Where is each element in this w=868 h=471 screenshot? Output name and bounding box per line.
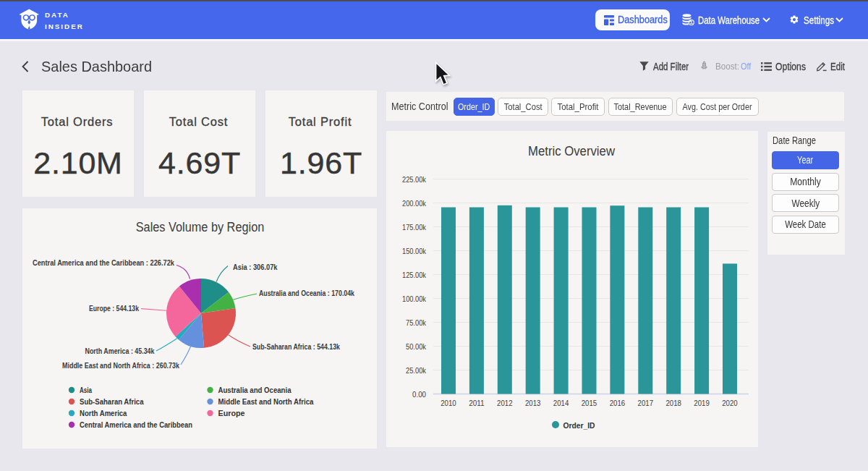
svg-text:Order_ID: Order_ID <box>563 421 595 430</box>
svg-text:100.00k: 100.00k <box>402 295 427 303</box>
svg-text:0.00: 0.00 <box>412 391 426 399</box>
svg-text:Central America and the Caribb: Central America and the Caribbean : 226.… <box>33 258 174 267</box>
svg-text:Sub-Saharan Africa: Sub-Saharan Africa <box>80 397 144 406</box>
svg-text:2014: 2014 <box>553 399 569 407</box>
svg-text:2016: 2016 <box>610 399 626 407</box>
svg-text:Asia : 306.07k: Asia : 306.07k <box>233 263 278 271</box>
svg-text:25.00k: 25.00k <box>406 367 427 375</box>
svg-text:Australia and Oceania : 170.04: Australia and Oceania : 170.04k <box>259 289 354 297</box>
svg-text:2013: 2013 <box>525 399 541 407</box>
svg-text:Sales Volume by Region: Sales Volume by Region <box>136 220 265 234</box>
svg-text:2020: 2020 <box>722 399 738 407</box>
svg-text:2017: 2017 <box>638 399 654 407</box>
svg-text:150.00k: 150.00k <box>402 247 427 255</box>
svg-text:50.00k: 50.00k <box>406 343 427 351</box>
svg-text:2015: 2015 <box>582 399 597 407</box>
svg-text:Middle East and North Africa :: Middle East and North Africa : 260.73k <box>62 361 179 370</box>
svg-text:Middle East and North Africa: Middle East and North Africa <box>218 397 314 406</box>
svg-text:Europe: Europe <box>218 409 245 417</box>
svg-text:North America : 45.34k: North America : 45.34k <box>85 347 155 355</box>
svg-text:Sub-Saharan Africa : 544.13k: Sub-Saharan Africa : 544.13k <box>252 342 340 351</box>
svg-text:2019: 2019 <box>694 399 710 407</box>
svg-text:175.00k: 175.00k <box>402 224 427 232</box>
svg-text:125.00k: 125.00k <box>402 271 427 279</box>
svg-text:Asia: Asia <box>80 386 92 394</box>
svg-text:2011: 2011 <box>469 399 485 407</box>
svg-text:2018: 2018 <box>665 399 681 407</box>
svg-text:2012: 2012 <box>497 399 513 407</box>
svg-text:200.00k: 200.00k <box>402 200 427 208</box>
svg-text:Europe : 544.13k: Europe : 544.13k <box>89 304 139 313</box>
svg-text:Central America and the Caribb: Central America and the Caribbean <box>80 420 192 429</box>
svg-text:North America: North America <box>80 409 127 417</box>
svg-text:2010: 2010 <box>441 399 456 407</box>
svg-text:Australia and Oceania: Australia and Oceania <box>218 386 292 394</box>
svg-text:75.00k: 75.00k <box>406 319 427 327</box>
svg-text:Metric Overview: Metric Overview <box>528 144 615 158</box>
svg-text:225.00k: 225.00k <box>402 176 427 184</box>
